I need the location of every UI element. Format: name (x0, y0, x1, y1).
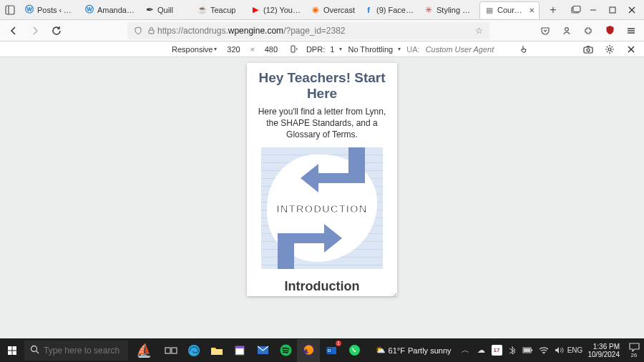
bluetooth-icon[interactable] (507, 345, 518, 356)
window-maximize-button[interactable] (603, 0, 623, 20)
reload-button[interactable] (49, 23, 64, 39)
chevron-down-icon: ▾ (398, 46, 401, 52)
rdm-height-input[interactable]: 480 (260, 45, 282, 54)
whatsapp-icon[interactable] (343, 339, 366, 362)
tab-favicon: ✒ (145, 5, 155, 15)
spotify-icon[interactable] (274, 339, 297, 362)
tab-label: Courses – A (497, 6, 526, 14)
svg-rect-30 (211, 349, 223, 355)
language-indicator[interactable]: ENG (570, 345, 581, 356)
svg-rect-42 (524, 348, 530, 352)
account-icon[interactable] (560, 24, 574, 38)
rdm-ua-label: UA: (406, 45, 419, 54)
taskbar-news-widget[interactable]: ⛵ (128, 338, 160, 362)
rdm-device-select[interactable]: Responsive▾ (172, 45, 217, 54)
browser-tab[interactable]: ✳Styling Buttons (419, 1, 479, 19)
tab-favicon: ◉ (311, 5, 321, 15)
taskbar-weather[interactable]: ⛅ 61°F Partly sunny (370, 346, 457, 355)
outlook-icon[interactable]: O1 (320, 339, 343, 362)
window-close-button[interactable] (622, 0, 641, 20)
weather-desc: Partly sunny (408, 346, 452, 355)
sticky-notes-icon[interactable] (228, 339, 251, 362)
rdm-touch-button[interactable] (517, 44, 530, 54)
back-button[interactable] (6, 23, 21, 39)
file-explorer-icon[interactable] (205, 339, 228, 362)
taskbar-search[interactable] (24, 341, 128, 361)
svg-point-16 (608, 48, 611, 51)
frame-resize-handle[interactable] (390, 289, 397, 296)
firefox-icon[interactable] (297, 339, 320, 362)
taskbar-search-input[interactable] (44, 346, 122, 356)
sidebar-toggle-icon[interactable] (3, 3, 17, 17)
calendar-tray-icon[interactable]: 17 (492, 345, 502, 356)
window-minimize-button[interactable] (584, 0, 603, 20)
browser-toolbar: https://actondrugs.wpengine.com/?page_id… (0, 20, 644, 41)
rdm-times: × (250, 45, 254, 54)
ublock-icon[interactable] (602, 24, 617, 38)
svg-rect-3 (573, 6, 580, 11)
rdm-close-button[interactable] (624, 42, 638, 57)
tabs-host: ⓦPosts ‹ AmandaⓦAmanda Unveiled✒Quill☕Te… (20, 1, 540, 19)
browser-tab[interactable]: ▶(12) YouTube (246, 1, 306, 19)
rdm-right (581, 42, 638, 57)
rdm-dpr-select[interactable]: DPR: 1 ▾ (306, 45, 343, 54)
browser-tab[interactable]: ☕Teacup (193, 1, 246, 19)
tab-label: Teacup (210, 6, 242, 14)
svg-point-39 (349, 345, 360, 356)
svg-point-43 (543, 353, 545, 354)
weather-icon: ⛅ (376, 346, 386, 355)
course-card: Hey Teachers! Start Here Here you'll fin… (247, 63, 397, 294)
tab-strip-left: ⓦPosts ‹ AmandaⓦAmanda Unveiled✒Quill☕Te… (3, 1, 584, 19)
new-tab-button[interactable]: + (545, 2, 561, 18)
tab-favicon: f (364, 5, 374, 15)
extensions-icon[interactable] (581, 24, 595, 38)
screenshot-button[interactable] (581, 42, 595, 57)
task-view-button[interactable] (160, 339, 182, 362)
wifi-icon[interactable] (538, 345, 550, 356)
edge-icon[interactable] (182, 339, 205, 362)
intro-image: INTRODUCTION (261, 147, 383, 269)
bookmark-star-icon[interactable]: ☆ (472, 26, 485, 36)
svg-rect-23 (8, 351, 12, 355)
mail-icon[interactable] (251, 339, 274, 362)
rdm-settings-button[interactable] (602, 42, 617, 57)
tab-close-icon[interactable]: ✕ (529, 6, 535, 14)
forward-button[interactable] (27, 23, 43, 39)
pocket-icon[interactable] (538, 24, 552, 38)
action-center-button[interactable]: 26 (624, 343, 644, 358)
intro-image-label: INTRODUCTION (277, 202, 368, 215)
start-button[interactable] (0, 338, 24, 362)
simulated-device-frame[interactable]: Hey Teachers! Start Here Here you'll fin… (247, 63, 397, 296)
responsive-design-toolbar: Responsive▾ 320 × 480 DPR: 1 ▾ No Thrott… (0, 41, 644, 57)
tab-overflow-button[interactable] (568, 2, 584, 18)
svg-rect-24 (13, 351, 17, 355)
browser-tab[interactable]: ◉Overcast (306, 1, 359, 19)
svg-rect-27 (165, 348, 170, 353)
shield-icon (132, 26, 145, 35)
rdm-center: Responsive▾ 320 × 480 DPR: 1 ▾ No Thrott… (172, 44, 530, 54)
svg-rect-21 (8, 346, 12, 351)
rdm-width-input[interactable]: 320 (223, 45, 244, 54)
arrow-icon (267, 213, 353, 269)
tab-favicon: ⓦ (84, 5, 94, 15)
browser-tab[interactable]: f(9) Facebook (359, 1, 419, 19)
browser-tab[interactable]: ▦Courses – A✕ (479, 1, 540, 19)
chevron-down-icon: ▾ (339, 46, 342, 52)
onedrive-icon[interactable]: ☁ (476, 345, 487, 356)
tray-chevron-up-icon[interactable]: ︿ (460, 345, 472, 356)
browser-tab[interactable]: ✒Quill (140, 1, 193, 19)
browser-tab-strip: ⓦPosts ‹ AmandaⓦAmanda Unveiled✒Quill☕Te… (0, 0, 644, 20)
volume-icon[interactable] (554, 345, 565, 356)
taskbar-clock[interactable]: 1:36 PM 10/9/2024 (584, 343, 625, 358)
browser-tab[interactable]: ⓦAmanda Unveiled (80, 1, 140, 19)
svg-rect-0 (6, 6, 14, 14)
svg-rect-5 (610, 7, 615, 13)
rdm-ua-input[interactable] (426, 45, 512, 54)
app-menu-button[interactable] (624, 24, 638, 38)
battery-icon[interactable] (522, 345, 534, 356)
browser-tab[interactable]: ⓦPosts ‹ Amanda (20, 1, 80, 19)
rotate-viewport-button[interactable] (288, 44, 301, 54)
rdm-throttle-select[interactable]: No Throttling ▾ (348, 45, 401, 54)
tab-label: (9) Facebook (376, 6, 415, 14)
address-bar[interactable]: https://actondrugs.wpengine.com/?page_id… (127, 22, 489, 39)
